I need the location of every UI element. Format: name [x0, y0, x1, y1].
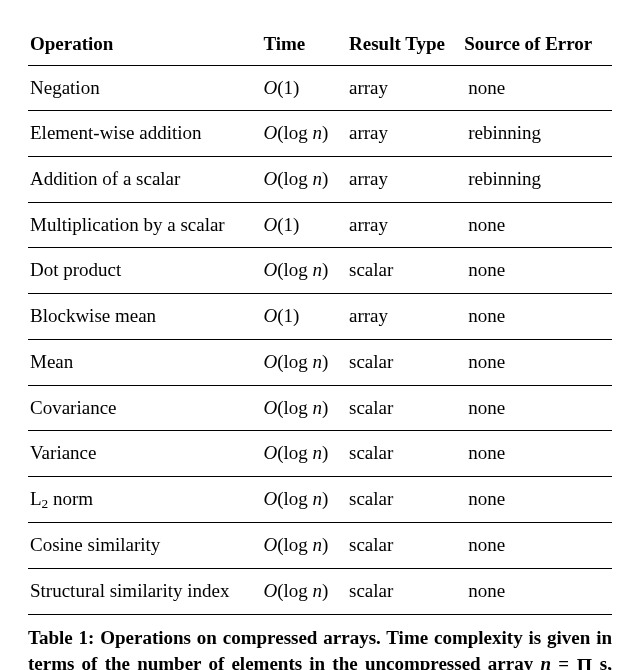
table-row: Element-wise additionO(log n)arrayrebinn… [28, 111, 612, 157]
cell-result-type: array [343, 111, 462, 157]
cell-source-error: none [462, 431, 612, 477]
cell-time: O(1) [257, 202, 343, 248]
complexity-table: Operation Time Result Type Source of Err… [28, 26, 612, 615]
caption-eq-prod: ∏ [576, 652, 592, 670]
cell-operation: Blockwise mean [28, 294, 257, 340]
table-row: Cosine similarityO(log n)scalarnone [28, 523, 612, 569]
cell-time: O(1) [257, 65, 343, 111]
cell-operation: Element-wise addition [28, 111, 257, 157]
cell-result-type: scalar [343, 523, 462, 569]
cell-time: O(log n) [257, 569, 343, 615]
caption-eq-after: s [593, 653, 608, 670]
cell-result-type: array [343, 157, 462, 203]
cell-operation: L2 norm [28, 476, 257, 523]
cell-operation: Covariance [28, 385, 257, 431]
cell-source-error: none [462, 202, 612, 248]
cell-source-error: none [462, 294, 612, 340]
cell-result-type: array [343, 65, 462, 111]
caption-label: Table 1: [28, 627, 94, 648]
table-row: NegationO(1)arraynone [28, 65, 612, 111]
cell-result-type: scalar [343, 476, 462, 523]
cell-source-error: rebinning [462, 157, 612, 203]
cell-operation: Dot product [28, 248, 257, 294]
cell-source-error: none [462, 523, 612, 569]
cell-source-error: none [462, 339, 612, 385]
cell-result-type: scalar [343, 339, 462, 385]
cell-source-error: rebinning [462, 111, 612, 157]
cell-source-error: none [462, 385, 612, 431]
table-row: VarianceO(log n)scalarnone [28, 431, 612, 477]
cell-source-error: none [462, 65, 612, 111]
cell-operation: Mean [28, 339, 257, 385]
col-header-operation: Operation [28, 26, 257, 65]
cell-time: O(log n) [257, 111, 343, 157]
cell-source-error: none [462, 476, 612, 523]
table-row: Dot productO(log n)scalarnone [28, 248, 612, 294]
table-row: L2 normO(log n)scalarnone [28, 476, 612, 523]
cell-time: O(log n) [257, 476, 343, 523]
cell-operation: Addition of a scalar [28, 157, 257, 203]
cell-time: O(log n) [257, 523, 343, 569]
table-row: Structural similarity indexO(log n)scala… [28, 569, 612, 615]
cell-source-error: none [462, 569, 612, 615]
cell-result-type: scalar [343, 385, 462, 431]
cell-result-type: scalar [343, 431, 462, 477]
caption-text-1: Operations on compressed arrays. Time co… [28, 627, 612, 670]
table-row: Addition of a scalarO(log n)arrayrebinni… [28, 157, 612, 203]
table-row: Blockwise meanO(1)arraynone [28, 294, 612, 340]
cell-result-type: scalar [343, 569, 462, 615]
cell-operation: Negation [28, 65, 257, 111]
col-header-source-error: Source of Error [462, 26, 612, 65]
cell-time: O(log n) [257, 431, 343, 477]
cell-result-type: array [343, 202, 462, 248]
cell-time: O(log n) [257, 248, 343, 294]
col-header-result-type: Result Type [343, 26, 462, 65]
cell-operation: Variance [28, 431, 257, 477]
caption-eq-lhs: n [540, 653, 551, 670]
caption-eq-mid: = [551, 653, 576, 670]
cell-result-type: array [343, 294, 462, 340]
table-header-row: Operation Time Result Type Source of Err… [28, 26, 612, 65]
cell-result-type: scalar [343, 248, 462, 294]
cell-operation: Multiplication by a scalar [28, 202, 257, 248]
cell-operation: Cosine similarity [28, 523, 257, 569]
table-caption: Table 1: Operations on compressed arrays… [28, 625, 612, 670]
cell-time: O(1) [257, 294, 343, 340]
table-body: NegationO(1)arraynoneElement-wise additi… [28, 65, 612, 614]
cell-time: O(log n) [257, 157, 343, 203]
table-row: CovarianceO(log n)scalarnone [28, 385, 612, 431]
col-header-time: Time [257, 26, 343, 65]
table-row: MeanO(log n)scalarnone [28, 339, 612, 385]
cell-time: O(log n) [257, 385, 343, 431]
page: Operation Time Result Type Source of Err… [0, 0, 640, 670]
cell-operation: Structural similarity index [28, 569, 257, 615]
cell-time: O(log n) [257, 339, 343, 385]
cell-source-error: none [462, 248, 612, 294]
table-row: Multiplication by a scalarO(1)arraynone [28, 202, 612, 248]
